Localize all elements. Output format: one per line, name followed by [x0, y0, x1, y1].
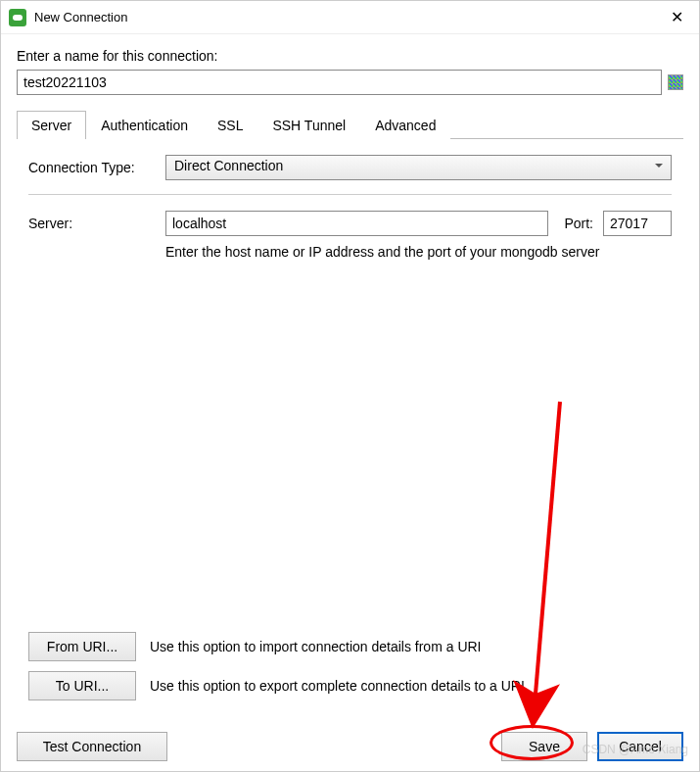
connection-type-label: Connection Type: [28, 160, 156, 175]
color-picker-icon[interactable] [668, 74, 683, 90]
server-row: Server: Port: [28, 211, 672, 236]
spacer [28, 260, 672, 632]
dialog-window: New Connection ✕ Enter a name for this c… [0, 0, 700, 772]
save-button[interactable]: Save [501, 732, 587, 761]
from-uri-row: From URI... Use this option to import co… [28, 632, 672, 661]
app-icon [9, 9, 26, 26]
tabs: Server Authentication SSL SSH Tunnel Adv… [17, 111, 683, 139]
watermark: CSDN @Amo Xiang [583, 743, 688, 756]
server-input[interactable] [165, 211, 548, 236]
name-row [17, 70, 683, 95]
tab-panel-server: Connection Type: Direct Connection Serve… [17, 155, 683, 710]
server-label: Server: [28, 216, 156, 231]
tab-advanced[interactable]: Advanced [360, 111, 450, 139]
connection-type-row: Connection Type: Direct Connection [28, 155, 672, 180]
server-hint: Enter the host name or IP address and th… [165, 244, 672, 260]
from-uri-desc: Use this option to import connection det… [150, 639, 482, 654]
close-icon[interactable]: ✕ [663, 4, 691, 30]
content-area: Enter a name for this connection: Server… [1, 34, 699, 722]
separator [28, 194, 672, 195]
to-uri-row: To URI... Use this option to export comp… [28, 671, 672, 700]
name-label: Enter a name for this connection: [17, 48, 683, 64]
tab-ssl[interactable]: SSL [203, 111, 257, 139]
to-uri-desc: Use this option to export complete conne… [150, 678, 525, 694]
connection-type-dropdown[interactable]: Direct Connection [165, 155, 672, 180]
test-connection-button[interactable]: Test Connection [17, 732, 167, 761]
connection-name-input[interactable] [17, 70, 662, 95]
port-input[interactable] [603, 211, 672, 236]
tab-server[interactable]: Server [17, 111, 86, 139]
to-uri-button[interactable]: To URI... [28, 671, 136, 700]
port-label: Port: [564, 216, 593, 231]
tab-ssh-tunnel[interactable]: SSH Tunnel [257, 111, 360, 139]
tab-authentication[interactable]: Authentication [86, 111, 203, 139]
titlebar: New Connection ✕ [1, 1, 699, 34]
window-title: New Connection [34, 10, 663, 24]
from-uri-button[interactable]: From URI... [28, 632, 136, 661]
